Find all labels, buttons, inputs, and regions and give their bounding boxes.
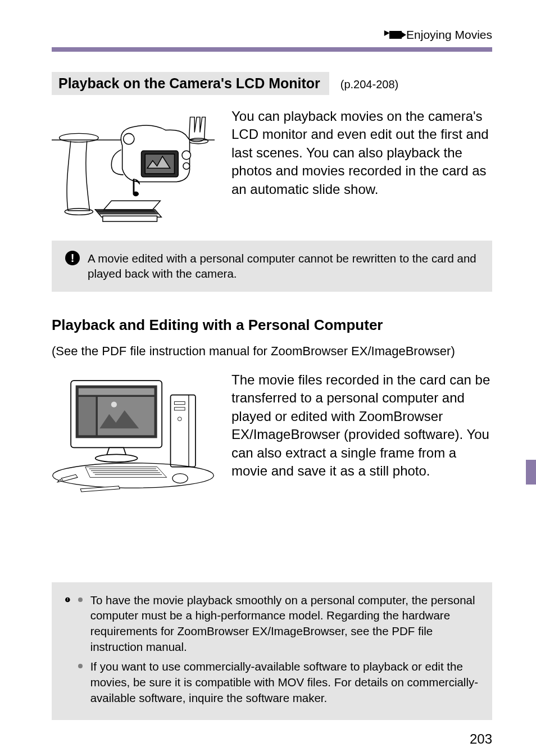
- svg-point-8: [124, 133, 134, 144]
- bottom-note-box: ! To have the movie playback smoothly on…: [52, 582, 492, 721]
- svg-rect-13: [79, 388, 155, 395]
- running-head: Enjoying Movies: [52, 28, 492, 42]
- edge-tab: [526, 460, 536, 485]
- section1-title: Playback on the Camera's LCD Monitor: [52, 72, 329, 95]
- section1-note-box: ! A movie edited with a personal compute…: [52, 241, 492, 292]
- page-number: 203: [52, 731, 492, 747]
- svg-point-7: [183, 163, 190, 170]
- section1-note-text: A movie edited with a personal computer …: [88, 251, 479, 282]
- svg-point-16: [111, 402, 117, 408]
- svg-point-24: [172, 474, 188, 483]
- section1-body: You can playback movies on the camera's …: [231, 107, 492, 198]
- svg-text:!: !: [67, 597, 68, 601]
- warning-icon: !: [65, 251, 80, 265]
- running-head-text: Enjoying Movies: [406, 28, 492, 42]
- svg-rect-14: [79, 397, 96, 435]
- svg-point-3: [65, 209, 93, 215]
- section2-subtitle: (See the PDF file instruction manual for…: [52, 344, 492, 359]
- header-divider: [52, 47, 492, 52]
- bottom-note-item: To have the movie playback smoothly on a…: [78, 592, 479, 655]
- svg-point-17: [96, 454, 138, 462]
- warning-icon: !: [65, 592, 70, 607]
- illustration-computer: [52, 371, 215, 498]
- svg-point-6: [182, 151, 190, 159]
- illustration-camera-playback: [52, 107, 215, 229]
- svg-text:!: !: [71, 252, 75, 264]
- section2-title: Playback and Editing with a Personal Com…: [52, 316, 492, 334]
- svg-rect-18: [171, 395, 196, 467]
- svg-point-2: [60, 133, 99, 142]
- movie-icon: [384, 31, 402, 39]
- section2-body: The movie files recorded in the card can…: [231, 371, 492, 480]
- bottom-note-item: If you want to use commercially-availabl…: [78, 659, 479, 705]
- section1-pageref: (p.204-208): [340, 78, 398, 91]
